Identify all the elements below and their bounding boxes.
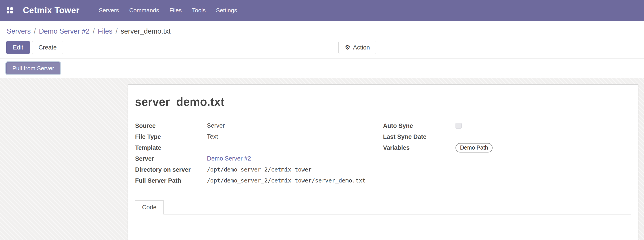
page-title: server_demo.txt — [135, 95, 631, 109]
breadcrumb-separator: / — [34, 27, 36, 36]
menu-item-commands[interactable]: Commands — [129, 7, 159, 14]
field-value-template — [207, 142, 383, 153]
form-sheet: server_demo.txt Source Server File Type … — [128, 84, 638, 240]
pull-from-server-button[interactable]: Pull from Server — [6, 62, 60, 74]
create-button[interactable]: Create — [32, 41, 63, 54]
field-value-variables: Demo Path — [451, 142, 631, 153]
field-row-directory: Directory on server /opt/demo_server_2/c… — [135, 164, 383, 175]
button-row: Edit Create ⚙ Action — [0, 41, 644, 54]
field-row-last-sync-date: Last Sync Date — [383, 131, 631, 142]
tab-code[interactable]: Code — [135, 200, 164, 215]
field-row-server: Server Demo Server #2 — [135, 153, 383, 164]
field-value-server: Demo Server #2 — [207, 153, 383, 164]
field-row-source: Source Server — [135, 120, 383, 131]
field-column-left: Source Server File Type Text Template Se… — [135, 120, 383, 186]
field-value-full-path: /opt/demo_server_2/cetmix-tower/server_d… — [207, 175, 383, 186]
edit-button[interactable]: Edit — [6, 41, 30, 54]
field-label: Source — [135, 122, 207, 130]
content-background: server_demo.txt Source Server File Type … — [0, 78, 644, 240]
field-column-right: Auto Sync Last Sync Date Variables Demo … — [383, 120, 631, 186]
field-label: Server — [135, 155, 207, 163]
menu-item-settings[interactable]: Settings — [216, 7, 237, 14]
app-brand[interactable]: Cetmix Tower — [23, 5, 80, 15]
main-menu: Servers Commands Files Tools Settings — [99, 7, 237, 14]
field-label: File Type — [135, 133, 207, 141]
field-row-template: Template — [135, 142, 383, 153]
field-value-auto-sync — [451, 120, 631, 131]
breadcrumb-link-demo-server[interactable]: Demo Server #2 — [39, 27, 90, 36]
auto-sync-checkbox[interactable] — [456, 123, 462, 129]
menu-item-files[interactable]: Files — [170, 7, 182, 14]
field-value-directory: /opt/demo_server_2/cetmix-tower — [207, 164, 383, 175]
breadcrumb-link-files[interactable]: Files — [98, 27, 112, 36]
field-row-auto-sync: Auto Sync — [383, 120, 631, 131]
menu-item-servers[interactable]: Servers — [99, 7, 119, 14]
field-label: Auto Sync — [383, 122, 451, 130]
field-label: Last Sync Date — [383, 133, 451, 141]
field-value-file-type: Text — [207, 131, 383, 142]
field-label: Directory on server — [135, 166, 207, 173]
breadcrumb-separator: / — [116, 27, 118, 36]
field-value-source: Server — [207, 120, 383, 131]
top-navbar: Cetmix Tower Servers Commands Files Tool… — [0, 0, 644, 21]
field-area: Source Server File Type Text Template Se… — [135, 120, 631, 186]
breadcrumb: Servers / Demo Server #2 / Files / serve… — [0, 21, 644, 36]
gear-icon: ⚙ — [345, 45, 350, 51]
breadcrumb-separator: / — [93, 27, 95, 36]
field-row-variables: Variables Demo Path — [383, 142, 631, 153]
server-link[interactable]: Demo Server #2 — [207, 155, 251, 162]
field-label: Variables — [383, 144, 451, 152]
menu-item-tools[interactable]: Tools — [192, 7, 206, 14]
field-value-last-sync-date — [451, 131, 631, 142]
field-label: Full Server Path — [135, 177, 207, 184]
breadcrumb-current: server_demo.txt — [121, 27, 170, 36]
apps-grid-icon[interactable] — [7, 7, 13, 14]
variable-tag-demo-path: Demo Path — [456, 143, 492, 152]
breadcrumb-link-servers[interactable]: Servers — [7, 27, 31, 36]
control-panel: Servers / Demo Server #2 / Files / serve… — [0, 21, 644, 78]
action-button[interactable]: ⚙ Action — [338, 41, 376, 54]
notebook-tabs: Code — [135, 200, 631, 215]
action-button-label: Action — [353, 44, 370, 51]
field-label: Template — [135, 144, 207, 152]
field-row-file-type: File Type Text — [135, 131, 383, 142]
form-header-buttons: Pull from Server — [0, 58, 644, 78]
field-row-full-path: Full Server Path /opt/demo_server_2/cetm… — [135, 175, 383, 186]
